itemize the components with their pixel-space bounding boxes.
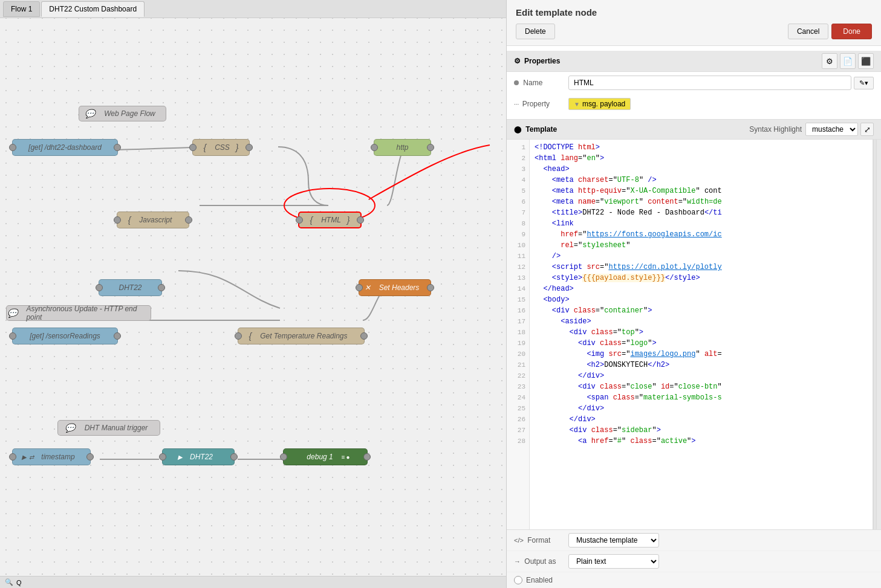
line-num-7: 7 [507, 207, 529, 218]
prop-doc-btn[interactable]: 📄 [840, 53, 856, 69]
line-num-14: 14 [507, 283, 529, 294]
node-debug-label: debug 1 [301, 453, 339, 461]
port-right [427, 284, 434, 291]
done-button[interactable]: Done [831, 24, 872, 39]
name-row: Name ✎▾ [507, 72, 881, 94]
template-header: ⬤ Template Syntax Highlight mustache ⤢ [507, 120, 881, 140]
port-left [235, 332, 242, 340]
node-web-page-flow[interactable]: 💬 Web Page Flow [79, 106, 166, 121]
code-line-18: <div class="top"> [535, 327, 873, 338]
code-line-27: <div class="sidebar"> [535, 425, 873, 436]
output-select[interactable]: Plain text Parsed JSON Binary Buffer [568, 554, 659, 569]
port-left [9, 453, 16, 460]
node-html[interactable]: { HTML } [298, 212, 362, 228]
line-num-12: 12 [507, 262, 529, 273]
code-line-15: <body> [535, 294, 873, 305]
node-get-dht22[interactable]: [get] /dht22-dashboard [12, 139, 118, 156]
scrollbar[interactable] [873, 140, 881, 529]
line-num-8: 8 [507, 218, 529, 229]
line-num-11: 11 [507, 251, 529, 262]
property-tag[interactable]: ▼ msg. payload [568, 98, 631, 110]
node-html-label: HTML [315, 216, 347, 224]
port-left [9, 332, 16, 340]
output-row: → Output as Plain text Parsed JSON Binar… [507, 551, 881, 572]
name-label: Name [514, 79, 568, 87]
port-right [360, 332, 368, 340]
port-right [114, 144, 121, 151]
node-debug[interactable]: debug 1 ≡ ● [283, 448, 368, 465]
line-num-16: 16 [507, 305, 529, 316]
line-num-10: 10 [507, 240, 529, 251]
node-css[interactable]: { CSS } [192, 139, 250, 156]
delete-button[interactable]: Delete [516, 24, 555, 39]
node-set-headers[interactable]: ✕ Set Headers [359, 279, 431, 296]
node-get-dht22-label: [get] /dht22-dashboard [22, 143, 108, 152]
code-line-1: <!DOCTYPE html> [535, 142, 873, 153]
bottom-bar: 🔍 Q [0, 576, 506, 588]
syntax-label: Syntax Highlight [749, 125, 802, 134]
code-line-6: <meta name="viewport" content="width=de [535, 196, 873, 207]
node-dht-trigger[interactable]: 💬 DHT Manual trigger [57, 420, 160, 436]
name-icon-btn[interactable]: ✎▾ [854, 77, 874, 89]
code-line-9: href="https://fonts.googleapis.com/ic [535, 229, 873, 240]
property-row: ··· Property ▼ msg. payload [507, 94, 881, 114]
node-timestamp-label: timestamp [35, 453, 80, 461]
code-line-23: <div class="close" id="close-btn" [535, 381, 873, 392]
node-dht22b[interactable]: ▶ DHT22 [162, 448, 235, 465]
port-left [280, 453, 287, 460]
code-editor[interactable]: 1 2 3 4 5 6 7 8 9 10 11 12 13 14 15 16 1… [507, 140, 881, 529]
code-line-28: <a href="#" class="active"> [535, 436, 873, 447]
code-line-8: <link [535, 218, 873, 229]
code-line-21: <h2>DONSKYTECH</h2> [535, 360, 873, 370]
cancel-button[interactable]: Cancel [788, 24, 828, 39]
node-timestamp[interactable]: ▶ ⇄ timestamp [12, 448, 91, 465]
format-row: </> Format Mustache template Plain text … [507, 530, 881, 551]
header-action-buttons: Cancel Done [788, 24, 872, 39]
node-web-page-flow-label: Web Page Flow [98, 109, 161, 118]
tab-dht22[interactable]: DHT22 Custom Dashboard [41, 1, 145, 17]
comment-icon: 💬 [83, 108, 96, 120]
node-get-sensor[interactable]: [get] /sensorReadings [12, 328, 118, 344]
panel-buttons: Delete Cancel Done [516, 24, 872, 39]
enabled-label: Enabled [526, 576, 553, 584]
format-select[interactable]: Mustache template Plain text JSON [568, 533, 659, 548]
expand-button[interactable]: ⤢ [860, 123, 874, 136]
line-num-13: 13 [507, 273, 529, 283]
enabled-checkbox[interactable] [514, 576, 522, 584]
port-left [356, 284, 363, 291]
line-num-22: 22 [507, 370, 529, 381]
syntax-select[interactable]: mustache [805, 123, 858, 136]
node-get-temp[interactable]: { Get Temperature Readings [238, 328, 365, 344]
property-label: ··· Property [514, 100, 568, 108]
name-input[interactable] [568, 76, 851, 90]
search-icon: 🔍 [5, 578, 13, 586]
line-num-20: 20 [507, 349, 529, 360]
node-async-label[interactable]: 💬 Asynchronous Update - HTTP end point [6, 305, 151, 321]
code-line-19: <div class="logo"> [535, 338, 873, 349]
panel-header: Edit template node Delete Cancel Done [507, 0, 881, 46]
port-left [9, 144, 16, 151]
code-line-3: <head> [535, 164, 873, 175]
port-right [427, 144, 434, 151]
port-left [189, 144, 197, 151]
node-dht22[interactable]: DHT22 [99, 279, 162, 296]
prop-settings-btn[interactable]: ⚙ [822, 53, 837, 69]
line-num-21: 21 [507, 360, 529, 370]
node-javascript[interactable]: { Javascript [117, 212, 189, 228]
line-num-5: 5 [507, 186, 529, 196]
prop-info-btn[interactable]: ⬛ [858, 53, 874, 69]
code-line-16: <div class="container"> [535, 305, 873, 316]
property-input-group: ▼ msg. payload [568, 98, 874, 110]
line-num-25: 25 [507, 403, 529, 414]
node-http[interactable]: http [374, 139, 431, 156]
line-num-2: 2 [507, 153, 529, 164]
port-right [86, 453, 94, 460]
name-input-group: ✎▾ [568, 76, 874, 90]
format-label: </> Format [514, 536, 568, 544]
comment-icon2: 💬 [7, 307, 18, 319]
code-line-25: </div> [535, 403, 873, 414]
code-content[interactable]: <!DOCTYPE html> <html lang="en"> <head> … [530, 140, 873, 529]
flow-canvas[interactable]: Flow 1 DHT22 Custom Dashboard 💬 Web Page… [0, 0, 506, 588]
port-right [114, 332, 121, 340]
tab-flow1[interactable]: Flow 1 [3, 1, 40, 17]
